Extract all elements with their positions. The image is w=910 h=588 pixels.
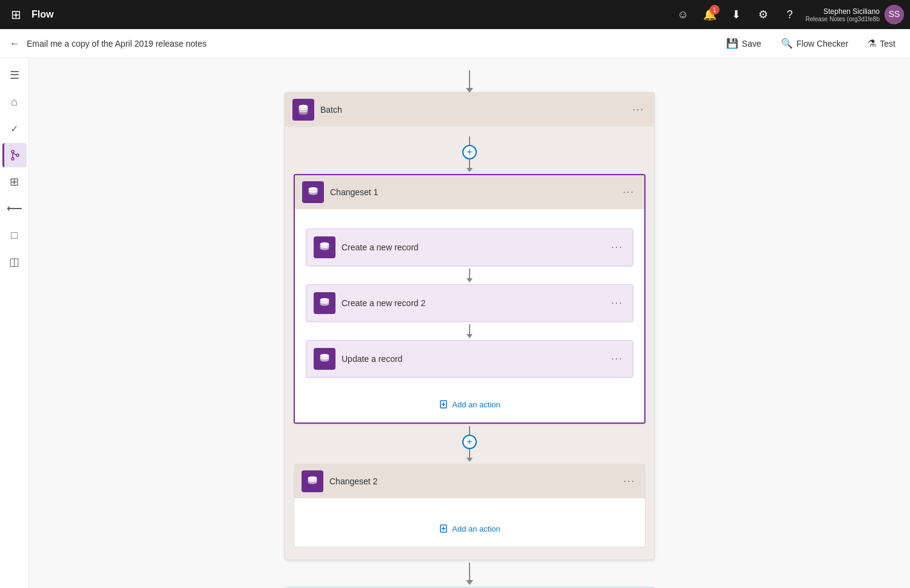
update-record-block[interactable]: Update a record ··· <box>306 340 633 378</box>
svg-line-4 <box>13 153 16 155</box>
changeset2-content: Add an action <box>294 498 645 547</box>
app-title: Flow <box>32 9 666 20</box>
user-info[interactable]: Stephen Siciliano Release Notes (org3d1f… <box>806 5 904 24</box>
test-icon: ⚗ <box>868 38 876 49</box>
svg-point-1 <box>16 154 19 156</box>
flow-checker-icon: 🔍 <box>781 38 793 49</box>
main-layout: ☰ ⌂ ✓ ⊞ ⟵ □ ◫ <box>0 58 910 588</box>
add-action-button-1[interactable]: Add an action <box>431 396 508 413</box>
back-button[interactable]: ← <box>10 38 19 49</box>
create-record-2-menu[interactable]: ··· <box>609 295 625 311</box>
notification-badge: 1 <box>710 5 720 15</box>
changeset1-menu-button[interactable]: ··· <box>621 184 637 200</box>
changeset2-container: Changeset 2 ··· <box>294 464 645 547</box>
changeset1-block: Changeset 1 ··· <box>294 174 645 424</box>
batch-content: + <box>285 127 654 560</box>
connector-2 <box>469 269 470 278</box>
sidebar-item-connections[interactable]: ⊞ <box>2 170 27 194</box>
create-record-1-icon <box>314 236 335 258</box>
changeset2-title: Changeset 2 <box>329 476 615 486</box>
sub-header: ← Email me a copy of the April 2019 rele… <box>0 29 910 58</box>
update-record-icon <box>314 348 335 370</box>
batch-title: Batch <box>320 105 624 115</box>
add-step-button-1[interactable]: + <box>462 145 477 159</box>
connector-to-email <box>469 563 470 581</box>
batch-header[interactable]: Batch ··· <box>285 93 654 127</box>
plus-connector-2: + <box>462 426 477 458</box>
add-action-label-2: Add an action <box>452 524 500 533</box>
create-record-1-title: Create a new record <box>342 242 603 252</box>
create-record-2-title: Create a new record 2 <box>342 298 603 308</box>
sidebar-item-flows[interactable] <box>2 143 27 167</box>
update-record-menu[interactable]: ··· <box>609 351 625 367</box>
sidebar-item-learn[interactable]: ◫ <box>2 250 27 274</box>
save-button[interactable]: 💾 Save <box>721 35 766 52</box>
create-record-1-block[interactable]: Create a new record ··· <box>306 229 633 266</box>
user-name: Stephen Siciliano <box>806 7 880 16</box>
plus-connector-1: + <box>462 136 477 168</box>
changeset2-menu-button[interactable]: ··· <box>621 473 638 489</box>
changeset2-icon <box>302 470 323 492</box>
flows-icon <box>10 150 21 161</box>
flow-checker-label: Flow Checker <box>797 39 849 48</box>
flow-checker-button[interactable]: 🔍 Flow Checker <box>776 35 854 52</box>
settings-button[interactable]: ⚙ <box>752 4 774 25</box>
batch-container: Batch ··· + <box>285 92 655 560</box>
create-record-2-icon <box>314 292 335 314</box>
update-record-title: Update a record <box>342 354 603 364</box>
batch-block: Batch ··· + <box>285 92 655 560</box>
changeset1-container: Changeset 1 ··· <box>294 174 645 424</box>
changeset2-header[interactable]: Changeset 2 ··· <box>294 464 645 498</box>
test-button[interactable]: ⚗ Test <box>863 35 900 52</box>
changeset1-title: Changeset 1 <box>330 187 615 197</box>
header-actions: 💾 Save 🔍 Flow Checker ⚗ Test <box>721 35 900 52</box>
create-record-2-block[interactable]: Create a new record 2 ··· <box>306 284 633 322</box>
changeset1-header[interactable]: Changeset 1 ··· <box>295 175 644 209</box>
user-subtitle: Release Notes (org3d1fe8b <box>806 16 880 22</box>
download-button[interactable]: ⬇ <box>726 4 747 25</box>
add-step-button-2[interactable]: + <box>462 435 477 449</box>
test-label: Test <box>880 39 895 48</box>
sidebar-item-menu[interactable]: ☰ <box>2 63 27 87</box>
emoji-button[interactable]: ☺ <box>672 4 694 25</box>
sidebar-item-gateways[interactable]: □ <box>2 223 27 247</box>
save-label: Save <box>742 39 761 48</box>
waffle-menu[interactable]: ⊞ <box>6 5 25 24</box>
sidebar-item-home[interactable]: ⌂ <box>2 90 27 114</box>
add-action-button-2[interactable]: Add an action <box>431 520 508 537</box>
add-action-icon-1 <box>439 399 448 409</box>
changeset2-block: Changeset 2 ··· <box>294 464 645 547</box>
changeset1-content: Create a new record ··· <box>295 209 644 423</box>
back-arrow-icon: ← <box>10 38 19 49</box>
batch-menu-button[interactable]: ··· <box>630 102 647 118</box>
help-button[interactable]: ? <box>779 4 801 25</box>
save-icon: 💾 <box>726 38 738 49</box>
canvas: Batch ··· + <box>29 58 910 588</box>
add-action-icon-2 <box>439 524 448 533</box>
sidebar-item-connectors[interactable]: ⟵ <box>2 196 27 221</box>
top-connector <box>469 70 470 89</box>
create-record-1-menu[interactable]: ··· <box>609 239 625 255</box>
sidebar-item-approvals[interactable]: ✓ <box>2 116 27 141</box>
notifications-button[interactable]: 🔔 1 <box>699 4 721 25</box>
add-action-label-1: Add an action <box>452 400 500 409</box>
connector-3 <box>469 324 470 334</box>
svg-point-0 <box>12 150 14 153</box>
svg-point-2 <box>12 158 14 160</box>
avatar <box>885 5 904 24</box>
changeset1-icon <box>302 181 324 203</box>
sidebar: ☰ ⌂ ✓ ⊞ ⟵ □ ◫ <box>0 58 29 588</box>
batch-icon <box>292 99 314 121</box>
breadcrumb-title: Email me a copy of the April 2019 releas… <box>27 39 714 48</box>
